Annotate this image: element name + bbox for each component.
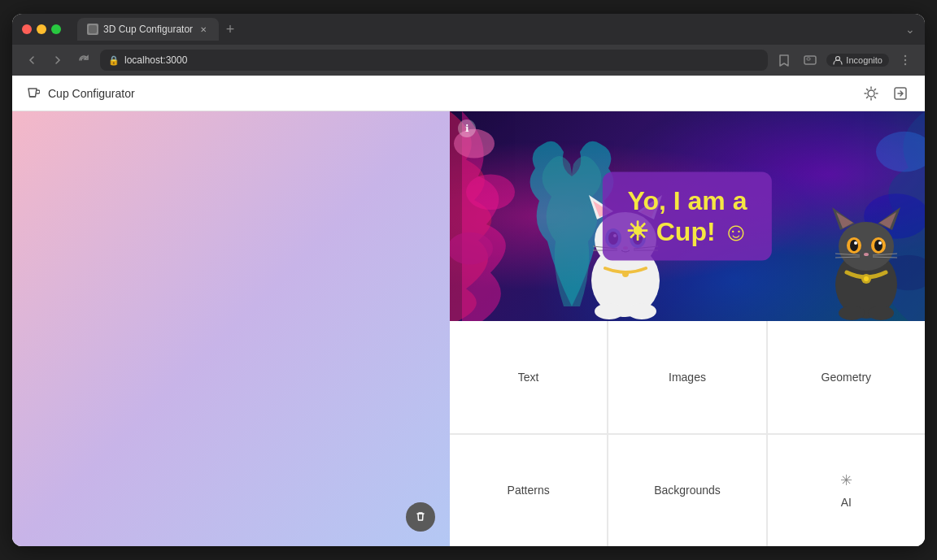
options-grid: Text Images Geometry Patterns Background… <box>450 321 925 546</box>
main-content: Yo, I am a ☀ Cup! ☺ ℹ <box>12 111 925 546</box>
app-logo: Cup Configurator <box>25 85 135 102</box>
option-geometry[interactable]: Geometry <box>768 321 925 433</box>
option-patterns-label: Patterns <box>508 484 550 497</box>
svg-point-6 <box>904 63 906 65</box>
address-text: localhost:3000 <box>124 54 187 66</box>
svg-point-5 <box>904 59 906 61</box>
dark-cat <box>817 191 915 321</box>
app-title: Cup Configurator <box>48 87 135 100</box>
screenshot-button[interactable] <box>800 50 820 70</box>
browser-chevron-icon[interactable]: ⌄ <box>905 23 915 36</box>
menu-button[interactable] <box>896 50 915 70</box>
svg-point-54 <box>839 306 865 320</box>
ai-star-icon: ✳ <box>840 471 852 489</box>
address-bar[interactable]: 🔒 localhost:3000 <box>100 50 768 71</box>
close-button[interactable] <box>22 24 32 34</box>
browser-toolbar: 🔒 localhost:3000 Incognito <box>12 45 925 76</box>
forward-button[interactable] <box>48 50 68 70</box>
option-ai[interactable]: ✳ AI <box>768 435 925 547</box>
svg-rect-0 <box>89 25 97 33</box>
reload-button[interactable] <box>74 50 94 70</box>
app-header: Cup Configurator <box>12 76 925 111</box>
option-patterns[interactable]: Patterns <box>450 435 607 547</box>
minimize-button[interactable] <box>37 24 46 34</box>
tab-close-button[interactable]: ✕ <box>198 24 209 35</box>
svg-point-55 <box>868 306 894 320</box>
lock-icon: 🔒 <box>108 55 120 66</box>
app-container: Cup Configurator <box>12 76 925 546</box>
tab-bar: 3D Cup Configurator ✕ + <box>77 18 899 41</box>
bookmark-button[interactable] <box>774 50 794 70</box>
option-images[interactable]: Images <box>608 321 765 433</box>
svg-point-47 <box>864 253 869 256</box>
new-tab-button[interactable]: + <box>219 18 242 41</box>
share-button[interactable] <box>889 82 912 105</box>
active-tab[interactable]: 3D Cup Configurator ✕ <box>77 18 219 41</box>
theme-toggle-button[interactable] <box>860 82 883 105</box>
svg-point-10 <box>466 174 515 210</box>
option-backgrounds[interactable]: Backgrounds <box>608 435 765 547</box>
option-geometry-label: Geometry <box>822 371 871 384</box>
hero-image: Yo, I am a ☀ Cup! ☺ ℹ <box>450 111 925 321</box>
tab-title: 3D Cup Configurator <box>103 24 193 35</box>
option-text[interactable]: Text <box>450 321 607 433</box>
option-images-label: Images <box>669 371 706 384</box>
browser-window: 3D Cup Configurator ✕ + ⌄ 🔒 localhost:30… <box>12 14 925 546</box>
svg-point-43 <box>850 240 858 251</box>
browser-titlebar: 3D Cup Configurator ✕ + ⌄ <box>12 14 925 45</box>
svg-point-12 <box>876 132 925 172</box>
incognito-badge: Incognito <box>826 54 889 67</box>
maximize-button[interactable] <box>51 24 61 34</box>
svg-point-4 <box>904 55 906 57</box>
traffic-lights <box>22 24 61 34</box>
delete-button[interactable] <box>406 502 435 532</box>
right-panel: Yo, I am a ☀ Cup! ☺ ℹ <box>450 111 925 546</box>
option-backgrounds-label: Backgrounds <box>654 484 721 497</box>
svg-point-34 <box>627 303 656 319</box>
svg-rect-2 <box>807 58 810 60</box>
cup-icon <box>25 85 41 102</box>
svg-point-45 <box>854 241 857 245</box>
svg-point-46 <box>878 241 882 245</box>
app-header-actions <box>860 82 912 105</box>
toolbar-actions: Incognito <box>774 50 915 70</box>
hero-text-box: Yo, I am a ☀ Cup! ☺ <box>603 172 772 261</box>
svg-point-44 <box>874 240 883 251</box>
incognito-label: Incognito <box>846 55 883 65</box>
back-button[interactable] <box>22 50 41 70</box>
info-icon[interactable]: ℹ <box>458 119 476 137</box>
svg-point-7 <box>868 90 874 97</box>
option-text-label: Text <box>518 371 539 384</box>
tab-favicon <box>87 24 98 35</box>
svg-point-53 <box>864 276 869 281</box>
hero-text: Yo, I am a ☀ Cup! ☺ <box>625 185 749 248</box>
option-ai-label: AI <box>841 496 852 509</box>
svg-point-32 <box>622 271 629 277</box>
cup-preview-panel <box>12 111 450 546</box>
svg-point-33 <box>595 303 624 319</box>
